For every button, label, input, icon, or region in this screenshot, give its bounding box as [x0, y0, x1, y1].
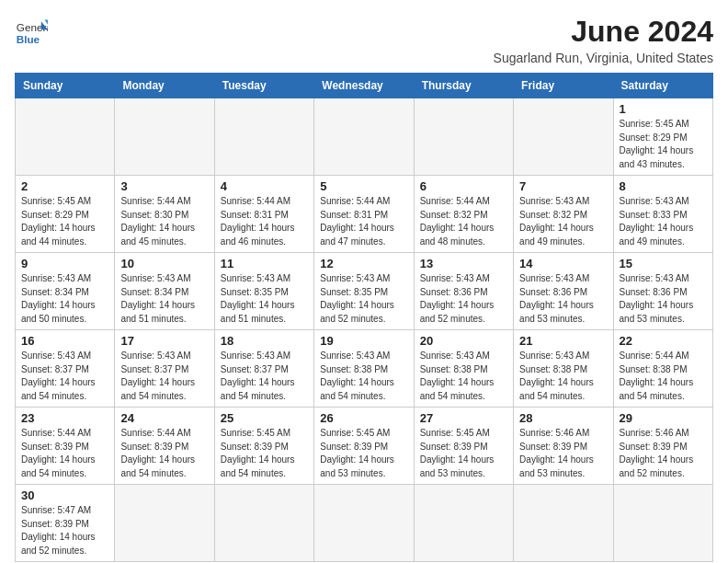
day-number: 19 — [320, 334, 407, 348]
calendar-cell: 19Sunrise: 5:43 AM Sunset: 8:38 PM Dayli… — [314, 330, 414, 408]
day-info: Sunrise: 5:45 AM Sunset: 8:29 PM Dayligh… — [620, 118, 707, 171]
day-info: Sunrise: 5:43 AM Sunset: 8:37 PM Dayligh… — [21, 350, 108, 403]
calendar-cell: 20Sunrise: 5:43 AM Sunset: 8:38 PM Dayli… — [414, 330, 513, 408]
calendar-cell: 16Sunrise: 5:43 AM Sunset: 8:37 PM Dayli… — [16, 330, 115, 408]
calendar-cell: 15Sunrise: 5:43 AM Sunset: 8:36 PM Dayli… — [613, 253, 712, 330]
day-number: 25 — [221, 411, 308, 425]
calendar-cell: 9Sunrise: 5:43 AM Sunset: 8:34 PM Daylig… — [16, 253, 115, 330]
calendar-cell: 24Sunrise: 5:44 AM Sunset: 8:39 PM Dayli… — [115, 408, 214, 485]
calendar-cell: 25Sunrise: 5:45 AM Sunset: 8:39 PM Dayli… — [214, 408, 313, 485]
day-number: 14 — [519, 257, 607, 270]
day-info: Sunrise: 5:44 AM Sunset: 8:31 PM Dayligh… — [221, 195, 308, 248]
calendar-cell: 13Sunrise: 5:43 AM Sunset: 8:36 PM Dayli… — [414, 253, 513, 330]
day-info: Sunrise: 5:43 AM Sunset: 8:32 PM Dayligh… — [519, 195, 607, 248]
day-info: Sunrise: 5:43 AM Sunset: 8:34 PM Dayligh… — [21, 272, 108, 326]
day-number: 20 — [420, 334, 507, 348]
day-number: 26 — [320, 411, 407, 425]
calendar-cell — [16, 98, 115, 176]
day-info: Sunrise: 5:46 AM Sunset: 8:39 PM Dayligh… — [519, 427, 607, 480]
day-number: 3 — [120, 179, 208, 193]
day-number: 30 — [21, 488, 108, 502]
day-number: 11 — [221, 257, 308, 270]
day-info: Sunrise: 5:44 AM Sunset: 8:32 PM Dayligh… — [420, 195, 507, 248]
header-thursday: Thursday — [414, 74, 513, 98]
day-info: Sunrise: 5:43 AM Sunset: 8:36 PM Dayligh… — [620, 272, 707, 326]
calendar-cell: 21Sunrise: 5:43 AM Sunset: 8:38 PM Dayli… — [514, 330, 613, 408]
day-number: 27 — [420, 411, 507, 425]
calendar-cell: 5Sunrise: 5:44 AM Sunset: 8:31 PM Daylig… — [314, 176, 414, 253]
week-row-4: 16Sunrise: 5:43 AM Sunset: 8:37 PM Dayli… — [16, 330, 713, 408]
day-number: 12 — [320, 257, 407, 270]
calendar-cell: 23Sunrise: 5:44 AM Sunset: 8:39 PM Dayli… — [16, 408, 115, 485]
day-number: 7 — [519, 179, 607, 193]
day-info: Sunrise: 5:45 AM Sunset: 8:39 PM Dayligh… — [420, 427, 507, 480]
week-row-5: 23Sunrise: 5:44 AM Sunset: 8:39 PM Dayli… — [16, 408, 713, 485]
day-info: Sunrise: 5:43 AM Sunset: 8:38 PM Dayligh… — [420, 350, 507, 403]
day-info: Sunrise: 5:44 AM Sunset: 8:31 PM Dayligh… — [320, 195, 407, 248]
page-header: General Blue June 2024 Sugarland Run, Vi… — [15, 15, 713, 65]
day-info: Sunrise: 5:43 AM Sunset: 8:36 PM Dayligh… — [420, 272, 507, 326]
calendar-cell: 8Sunrise: 5:43 AM Sunset: 8:33 PM Daylig… — [613, 176, 712, 253]
day-info: Sunrise: 5:43 AM Sunset: 8:36 PM Dayligh… — [519, 272, 607, 326]
calendar-cell: 6Sunrise: 5:44 AM Sunset: 8:32 PM Daylig… — [414, 176, 513, 253]
calendar-cell: 3Sunrise: 5:44 AM Sunset: 8:30 PM Daylig… — [115, 176, 214, 253]
day-number: 23 — [21, 411, 108, 425]
day-number: 4 — [221, 179, 308, 193]
header-saturday: Saturday — [613, 74, 712, 98]
day-info: Sunrise: 5:45 AM Sunset: 8:39 PM Dayligh… — [221, 427, 308, 480]
days-header-row: SundayMondayTuesdayWednesdayThursdayFrid… — [16, 74, 713, 98]
day-number: 10 — [120, 257, 208, 270]
calendar-cell — [115, 485, 214, 562]
calendar-cell — [314, 485, 414, 562]
calendar-cell: 10Sunrise: 5:43 AM Sunset: 8:34 PM Dayli… — [115, 253, 214, 330]
title-block: June 2024 Sugarland Run, Virginia, Unite… — [494, 15, 713, 65]
calendar-subtitle: Sugarland Run, Virginia, United States — [494, 51, 713, 65]
calendar-cell — [414, 485, 513, 562]
day-info: Sunrise: 5:44 AM Sunset: 8:39 PM Dayligh… — [120, 427, 208, 480]
week-row-2: 2Sunrise: 5:45 AM Sunset: 8:29 PM Daylig… — [16, 176, 713, 253]
day-number: 18 — [221, 334, 308, 348]
day-info: Sunrise: 5:46 AM Sunset: 8:39 PM Dayligh… — [620, 427, 707, 480]
calendar-cell — [214, 485, 313, 562]
day-number: 21 — [519, 334, 607, 348]
day-number: 9 — [21, 257, 108, 270]
day-number: 13 — [420, 257, 507, 270]
calendar-cell: 14Sunrise: 5:43 AM Sunset: 8:36 PM Dayli… — [514, 253, 613, 330]
day-info: Sunrise: 5:43 AM Sunset: 8:34 PM Dayligh… — [120, 272, 208, 326]
calendar-cell: 11Sunrise: 5:43 AM Sunset: 8:35 PM Dayli… — [214, 253, 313, 330]
day-number: 5 — [320, 179, 407, 193]
calendar-cell — [314, 98, 414, 176]
day-number: 22 — [620, 334, 707, 348]
day-info: Sunrise: 5:44 AM Sunset: 8:39 PM Dayligh… — [21, 427, 108, 480]
day-info: Sunrise: 5:43 AM Sunset: 8:38 PM Dayligh… — [320, 350, 407, 403]
calendar-cell: 7Sunrise: 5:43 AM Sunset: 8:32 PM Daylig… — [514, 176, 613, 253]
logo-icon: General Blue — [15, 15, 48, 48]
header-friday: Friday — [514, 74, 613, 98]
header-sunday: Sunday — [16, 74, 115, 98]
calendar-cell: 12Sunrise: 5:43 AM Sunset: 8:35 PM Dayli… — [314, 253, 414, 330]
calendar-cell: 17Sunrise: 5:43 AM Sunset: 8:37 PM Dayli… — [115, 330, 214, 408]
day-info: Sunrise: 5:43 AM Sunset: 8:33 PM Dayligh… — [620, 195, 707, 248]
week-row-1: 1Sunrise: 5:45 AM Sunset: 8:29 PM Daylig… — [16, 98, 713, 176]
header-monday: Monday — [115, 74, 214, 98]
day-number: 8 — [620, 179, 707, 193]
calendar-table: SundayMondayTuesdayWednesdayThursdayFrid… — [15, 73, 713, 562]
calendar-cell: 1Sunrise: 5:45 AM Sunset: 8:29 PM Daylig… — [613, 98, 712, 176]
calendar-cell — [414, 98, 513, 176]
header-tuesday: Tuesday — [214, 74, 313, 98]
logo: General Blue — [15, 15, 48, 48]
calendar-cell: 26Sunrise: 5:45 AM Sunset: 8:39 PM Dayli… — [314, 408, 414, 485]
day-info: Sunrise: 5:44 AM Sunset: 8:38 PM Dayligh… — [620, 350, 707, 403]
week-row-3: 9Sunrise: 5:43 AM Sunset: 8:34 PM Daylig… — [16, 253, 713, 330]
calendar-cell — [514, 485, 613, 562]
header-wednesday: Wednesday — [314, 74, 414, 98]
calendar-cell: 4Sunrise: 5:44 AM Sunset: 8:31 PM Daylig… — [214, 176, 313, 253]
day-info: Sunrise: 5:45 AM Sunset: 8:29 PM Dayligh… — [21, 195, 108, 248]
svg-text:Blue: Blue — [17, 33, 40, 45]
day-info: Sunrise: 5:47 AM Sunset: 8:39 PM Dayligh… — [21, 504, 108, 557]
day-info: Sunrise: 5:43 AM Sunset: 8:37 PM Dayligh… — [120, 350, 208, 403]
day-number: 24 — [120, 411, 208, 425]
calendar-cell — [115, 98, 214, 176]
calendar-title: June 2024 — [494, 15, 713, 49]
day-number: 28 — [519, 411, 607, 425]
